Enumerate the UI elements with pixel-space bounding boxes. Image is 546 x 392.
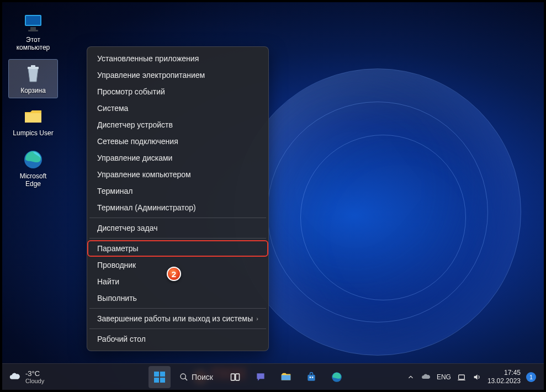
desktop-icon-label: Этот компьютер — [17, 36, 50, 52]
context-menu-separator — [89, 308, 266, 309]
desktop-icon-edge[interactable]: Microsoft Edge — [9, 145, 57, 192]
volume-icon[interactable] — [472, 372, 482, 382]
taskbar-app-explorer[interactable] — [275, 366, 297, 388]
store-icon — [306, 372, 317, 383]
clock-time: 17:45 — [487, 369, 521, 377]
network-icon[interactable] — [457, 372, 467, 382]
cloud-icon — [9, 371, 21, 383]
svg-rect-9 — [154, 378, 159, 383]
svg-rect-3 — [28, 30, 38, 31]
svg-rect-14 — [236, 374, 240, 380]
svg-rect-15 — [282, 375, 291, 380]
folder-icon — [21, 104, 45, 129]
context-menu-item[interactable]: Рабочий стол — [87, 331, 268, 347]
taskbar-app-edge[interactable] — [326, 366, 348, 388]
taskbar: -3°C Cloudy Поиск — [2, 363, 544, 390]
context-menu-separator — [89, 238, 266, 239]
chevron-right-icon: › — [256, 315, 258, 322]
context-menu-item-label: Управление электропитанием — [97, 71, 205, 80]
context-menu-item-label: Проводник — [97, 261, 136, 269]
weather-condition: Cloudy — [25, 378, 44, 384]
context-menu-item[interactable]: Система — [87, 100, 268, 116]
desktop-icons-column: Этот компьютер Корзина Lumpics User Micr… — [9, 9, 57, 192]
clock-date: 13.02.2023 — [487, 377, 521, 385]
weather-temperature: -3°C — [25, 369, 44, 378]
edge-icon — [331, 371, 343, 383]
winx-context-menu: Установленные приложенияУправление элект… — [87, 46, 269, 351]
onedrive-icon[interactable] — [421, 372, 431, 382]
context-menu-item-label: Просмотр событий — [97, 87, 165, 96]
notification-badge[interactable]: 1 — [526, 372, 536, 382]
context-menu-item-label: Управление дисками — [97, 153, 172, 162]
svg-rect-10 — [160, 378, 165, 383]
context-menu-item-label: Терминал — [97, 187, 132, 195]
context-menu-item-label: Завершение работы или выход из системы — [97, 314, 253, 323]
svg-line-12 — [185, 378, 187, 380]
context-menu-item-label: Терминал (Администратор) — [97, 203, 196, 212]
context-menu-item[interactable]: Сетевые подключения — [87, 133, 268, 150]
folder-icon — [280, 371, 292, 383]
search-label: Поиск — [192, 373, 213, 382]
svg-rect-2 — [30, 27, 36, 30]
context-menu-item[interactable]: Управление электропитанием — [87, 67, 268, 83]
svg-rect-7 — [154, 372, 159, 377]
context-menu-item-label: Система — [97, 104, 128, 113]
context-menu-item[interactable]: Терминал (Администратор) — [87, 199, 268, 216]
context-menu-item-label: Установленные приложения — [97, 54, 199, 63]
context-menu-item[interactable]: Диспетчер задач — [87, 220, 268, 236]
context-menu-item[interactable]: Параметры — [87, 240, 268, 257]
context-menu-item-label: Сетевые подключения — [97, 137, 178, 146]
desktop-icon-recycle-bin[interactable]: Корзина — [9, 60, 57, 98]
task-view-icon — [230, 372, 241, 383]
context-menu-item[interactable]: Терминал — [87, 183, 268, 199]
context-menu-item-label: Диспетчер устройств — [97, 120, 173, 129]
desktop-icon-this-pc[interactable]: Этот компьютер — [9, 9, 57, 55]
svg-rect-1 — [26, 16, 40, 25]
desktop: Этот компьютер Корзина Lumpics User Micr… — [2, 2, 544, 390]
monitor-icon — [21, 11, 45, 35]
context-menu-item-label: Диспетчер задач — [97, 224, 158, 232]
svg-rect-5 — [31, 65, 35, 67]
start-button[interactable] — [149, 366, 171, 388]
context-menu-item[interactable]: Установленные приложения — [87, 50, 268, 67]
edge-icon — [21, 147, 45, 172]
search-icon — [179, 373, 188, 382]
annotation-badge-2: 2 — [167, 267, 181, 281]
trash-icon — [21, 62, 45, 86]
chat-icon — [255, 372, 266, 383]
svg-rect-8 — [160, 372, 165, 377]
svg-rect-20 — [459, 375, 465, 379]
context-menu-separator — [89, 218, 266, 218]
svg-rect-16 — [308, 374, 315, 380]
desktop-icon-user-folder[interactable]: Lumpics User — [9, 102, 57, 141]
context-menu-item-label: Выполнить — [97, 294, 137, 303]
taskbar-clock[interactable]: 17:45 13.02.2023 — [487, 369, 521, 385]
context-menu-item-label: Управление компьютером — [97, 170, 191, 179]
desktop-icon-label: Корзина — [20, 87, 46, 95]
context-menu-item[interactable]: Просмотр событий — [87, 83, 268, 100]
context-menu-item[interactable]: Управление компьютером — [87, 166, 268, 183]
taskbar-search[interactable]: Поиск — [174, 368, 221, 386]
language-indicator[interactable]: ENG — [437, 373, 451, 381]
tray-chevron-up-icon[interactable] — [406, 372, 416, 382]
context-menu-item-label: Рабочий стол — [97, 335, 146, 343]
svg-point-11 — [181, 374, 185, 379]
desktop-icon-label: Microsoft Edge — [20, 173, 47, 188]
context-menu-item[interactable]: Управление дисками — [87, 150, 268, 166]
context-menu-separator — [89, 329, 266, 329]
taskbar-app-chat[interactable] — [250, 366, 272, 388]
desktop-icon-label: Lumpics User — [13, 130, 53, 137]
svg-rect-13 — [231, 374, 235, 380]
taskbar-weather-widget[interactable]: -3°C Cloudy — [2, 369, 91, 384]
task-view-button[interactable] — [224, 366, 246, 388]
system-tray: ENG 17:45 13.02.2023 1 — [406, 369, 544, 385]
wallpaper-bloom — [234, 68, 521, 356]
svg-rect-17 — [310, 377, 311, 378]
context-menu-item[interactable]: Завершение работы или выход из системы› — [87, 310, 268, 327]
taskbar-center: Поиск — [91, 366, 406, 388]
windows-logo-icon — [153, 370, 166, 384]
context-menu-item[interactable]: Диспетчер устройств — [87, 116, 268, 133]
context-menu-item[interactable]: Выполнить — [87, 290, 268, 306]
taskbar-app-store[interactable] — [300, 366, 322, 388]
svg-rect-18 — [312, 377, 314, 378]
